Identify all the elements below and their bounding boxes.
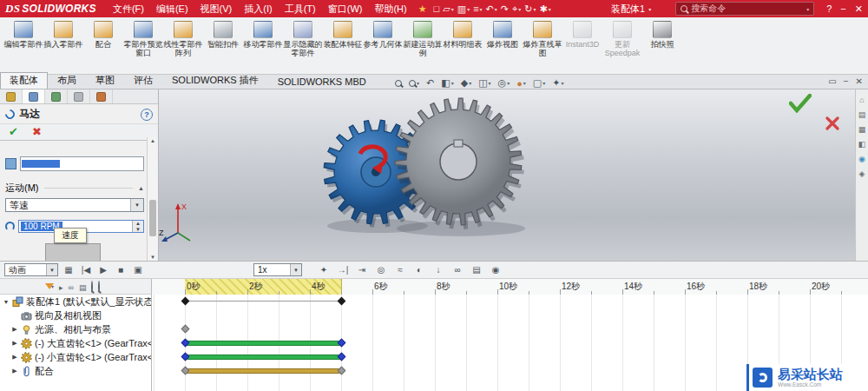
stop-icon[interactable]: ■ — [113, 263, 128, 276]
filter-mates-icon[interactable]: ∞ — [69, 282, 74, 292]
menu-item-6[interactable]: 帮助(H) — [368, 3, 412, 16]
insert-component-button[interactable]: 插入零部件 — [43, 20, 83, 49]
tree-row-0[interactable]: ▼装配体1 (默认<默认_显示状态-1> — [0, 295, 151, 308]
linear-pattern-button[interactable]: 线性零部件阵列 — [163, 20, 203, 58]
ok-button[interactable]: ✔ — [9, 125, 18, 138]
redo-icon[interactable]: ↷ — [501, 3, 509, 15]
timeline-ruler[interactable]: 0秒2秒4秒6秒8秒10秒12秒14秒16秒18秒20秒 — [152, 279, 868, 295]
add-key-icon[interactable]: →| — [335, 263, 351, 276]
viewport-minimize-icon[interactable]: − — [844, 76, 849, 86]
scroll-down-icon[interactable]: ▼ — [150, 255, 155, 260]
custom-properties-icon[interactable]: ◈ — [859, 169, 865, 178]
close-button[interactable]: ✕ — [855, 3, 863, 15]
save-animation-icon[interactable]: ▣ — [130, 263, 146, 276]
options-icon[interactable]: ✱▾ — [540, 3, 551, 15]
filter-funnel-icon[interactable]: ▾ — [45, 283, 54, 289]
section-view-icon[interactable]: ◧▾ — [441, 77, 453, 89]
view-palette-icon[interactable]: ◧ — [858, 140, 866, 149]
bom-button[interactable]: 材料明细表 — [443, 20, 483, 49]
menu-item-4[interactable]: 工具(T) — [279, 3, 322, 16]
title-caret-icon[interactable]: ▾ — [648, 6, 651, 12]
filter-results-icon[interactable]: ▤ — [79, 282, 87, 292]
gravity-icon[interactable]: ↓ — [431, 263, 446, 276]
view-settings-icon[interactable]: ✦▾ — [552, 77, 563, 89]
view-orientation-icon[interactable]: ◆▾ — [461, 77, 471, 89]
motion-section-header[interactable]: 运动(M) ▲ — [5, 182, 144, 195]
animation-wizard-icon[interactable]: ✦ — [316, 263, 332, 276]
menu-item-0[interactable]: 文件(F) — [107, 3, 150, 16]
menu-item-3[interactable]: 插入(I) — [238, 3, 278, 16]
reference-geometry-button[interactable]: 参考几何体 — [363, 20, 403, 49]
play-from-start-icon[interactable]: |◀ — [78, 263, 94, 276]
tab-4[interactable]: SOLIDWORKS 插件 — [162, 72, 268, 89]
design-library-icon[interactable]: ▤ — [858, 110, 866, 119]
scroll-up-icon[interactable]: ▲ — [150, 138, 155, 143]
save-icon[interactable]: ▥▾ — [457, 3, 470, 15]
show-hidden-components-button[interactable]: 显示隐藏的零部件 — [283, 20, 323, 58]
snapshot-button[interactable]: 拍快照 — [642, 20, 682, 49]
edit-component-button[interactable]: 编辑零部件 — [3, 20, 43, 49]
timeline-zoom-out-icon[interactable] — [98, 282, 100, 292]
search-input[interactable]: 搜索命令 ▾ — [675, 2, 814, 16]
viewport-close-icon[interactable]: ✕ — [856, 76, 863, 86]
timeline-bar[interactable] — [185, 341, 341, 346]
new-motion-study-button[interactable]: 新建运动算例 — [403, 20, 443, 58]
pin-icon[interactable]: ★ — [418, 3, 427, 15]
hide-show-items-icon[interactable]: ◎▾ — [498, 77, 510, 89]
zoom-area-icon[interactable]: ▾ — [409, 80, 419, 87]
configurationmanager-tab[interactable] — [45, 89, 68, 103]
motion-properties-icon[interactable]: ◉ — [488, 263, 503, 276]
help-icon[interactable]: ? — [141, 109, 153, 121]
tree-row-3[interactable]: ▶(-) 大直齿轮<1> (GearTrax< — [0, 336, 151, 350]
tree-row-2[interactable]: ▶光源、相机与布景 — [0, 322, 151, 336]
previous-view-icon[interactable]: ↶ — [426, 77, 434, 89]
filter-animated-icon[interactable]: ▸ — [59, 282, 63, 292]
calculate-icon[interactable]: ▦ — [61, 263, 76, 276]
timeline-bar[interactable] — [185, 355, 341, 360]
collapse-arrow-icon[interactable]: ▶ — [11, 368, 18, 374]
menu-item-5[interactable]: 窗口(W) — [322, 3, 369, 16]
exploded-view-button[interactable]: 爆炸视图 — [483, 20, 523, 49]
update-speedpak-button[interactable]: 更新Speedpak — [602, 20, 642, 58]
tree-row-1[interactable]: 视向及相机视图 — [0, 308, 151, 322]
undo-icon[interactable]: ↶▾ — [486, 3, 497, 15]
component-preview-button[interactable]: 零部件预览窗口 — [123, 20, 163, 58]
tree-row-5[interactable]: ▶配合 — [0, 364, 151, 378]
results-icon[interactable]: ▤ — [469, 263, 484, 276]
study-select-arrow-icon[interactable]: ▼ — [46, 264, 57, 275]
next-key-icon[interactable]: ⇥ — [354, 263, 370, 276]
timeline-bar[interactable] — [185, 368, 341, 374]
open-icon[interactable]: ▱▾ — [443, 3, 453, 15]
zoom-fit-icon[interactable] — [395, 80, 402, 87]
graphics-viewport[interactable]: XZ — [159, 89, 855, 261]
smart-fasteners-button[interactable]: 智能扣件 — [203, 20, 243, 49]
mates-in-motion-icon[interactable]: ∞ — [450, 263, 465, 276]
mate-button[interactable]: 配合 — [83, 20, 123, 49]
dimxpertmanager-tab[interactable] — [68, 89, 90, 103]
component-selection-field[interactable] — [20, 156, 144, 171]
move-component-button[interactable]: 移动零部件 — [243, 20, 283, 49]
playback-speed-select[interactable]: 1x ▼ — [253, 263, 302, 276]
expanded-arrow-icon[interactable]: ▼ — [3, 299, 10, 305]
search-caret-icon[interactable]: ▾ — [806, 6, 809, 12]
file-explorer-icon[interactable]: ▦ — [858, 125, 866, 134]
collapse-arrow-icon[interactable]: ▶ — [11, 354, 18, 361]
viewport-restore-icon[interactable]: ▭ — [828, 76, 836, 86]
appearances-icon[interactable]: ◉ — [858, 155, 865, 163]
study-type-select[interactable]: 动画 ▼ — [4, 263, 58, 276]
display-style-icon[interactable]: ◫▾ — [478, 77, 490, 89]
menu-item-2[interactable]: 视图(V) — [194, 3, 239, 16]
dropdown-arrow-icon[interactable]: ▼ — [130, 199, 143, 211]
tree-row-4[interactable]: ▶(-) 小直齿轮<1> (GearTrax< — [0, 350, 151, 364]
contact-icon[interactable]: ◐ — [411, 263, 427, 276]
collapse-arrow-icon[interactable]: ▶ — [11, 340, 18, 347]
collapse-arrow-icon[interactable]: ▶ — [11, 326, 18, 333]
new-document-icon[interactable]: □ — [434, 3, 440, 15]
speed-spinner[interactable]: ▲▼ — [132, 221, 143, 232]
keyframe-diamond[interactable] — [181, 325, 190, 334]
resources-icon[interactable]: ⌂ — [859, 96, 864, 104]
cancel-button[interactable]: ✖ — [32, 125, 42, 138]
instant3d-button[interactable]: Instant3D — [562, 20, 602, 49]
apply-scene-icon[interactable]: ▢▾ — [533, 77, 545, 89]
assembly-features-button[interactable]: 装配体特征 — [323, 20, 363, 49]
